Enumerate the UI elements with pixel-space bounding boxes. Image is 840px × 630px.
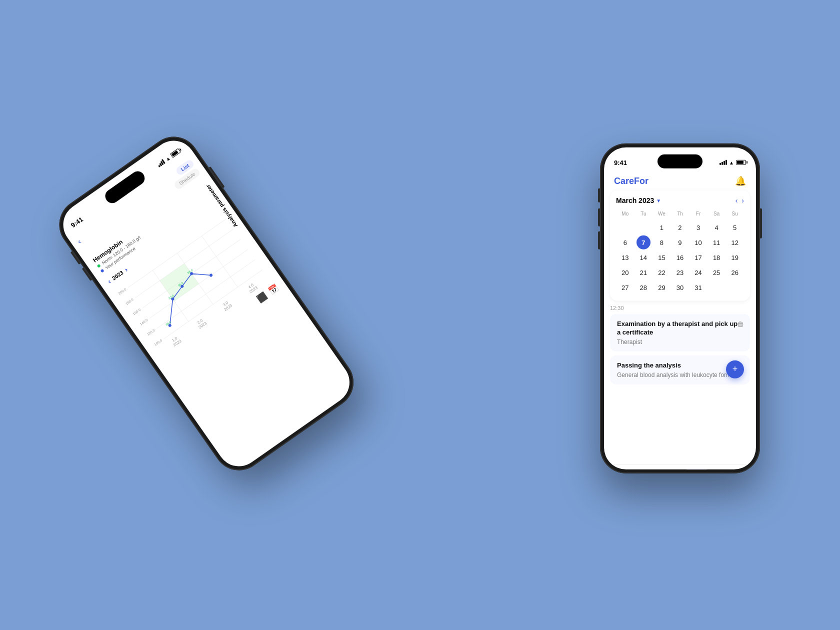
calendar-weekdays: Mo Tu We Th Fr Sa Su (616, 210, 744, 218)
prev-year-arrow[interactable]: ‹ (106, 278, 112, 286)
left-phone-screen: 9:41 ▲ ‹ List (54, 132, 358, 475)
next-month-arrow[interactable]: › (742, 196, 744, 204)
appointment-1-subtitle: Therapist (617, 338, 743, 346)
right-status-time: 9:41 (614, 158, 627, 166)
cal-day-6[interactable]: 6 (618, 236, 632, 250)
cal-day-30[interactable]: 30 (673, 280, 687, 294)
vol-up-button (598, 208, 600, 226)
right-phone-screen: 9:41 ▲ CareFor (604, 148, 756, 470)
cal-day-16[interactable]: 16 (673, 250, 687, 264)
cal-day-9[interactable]: 9 (673, 236, 687, 250)
right-content: CareFor 🔔 March 2023 ▼ ‹ › (604, 174, 756, 470)
svg-text:140.0: 140.0 (139, 318, 148, 326)
cal-day-4[interactable]: 4 (710, 220, 724, 234)
cal-day-29[interactable]: 29 (654, 280, 668, 294)
cal-day-7-today[interactable]: 7 (636, 236, 650, 250)
cal-day-empty-1 (618, 220, 632, 234)
cal-day-17[interactable]: 17 (692, 250, 706, 264)
right-phone: 9:41 ▲ CareFor (600, 144, 760, 474)
cal-day-14[interactable]: 14 (636, 250, 650, 264)
cal-day-31[interactable]: 31 (692, 280, 706, 294)
wifi-icon-right: ▲ (729, 160, 734, 165)
add-appointment-button[interactable]: + (726, 360, 744, 378)
vol-down-button (598, 232, 600, 250)
app-logo: CareFor (614, 176, 648, 186)
cal-day-3[interactable]: 3 (692, 220, 706, 234)
svg-text:200.0: 200.0 (118, 288, 126, 296)
weekday-mo: Mo (616, 210, 634, 218)
cal-day-24[interactable]: 24 (692, 266, 706, 280)
delete-appointment-1-icon[interactable]: 🗑 (737, 320, 744, 328)
signal-bars-right (720, 160, 727, 165)
cal-day-20[interactable]: 20 (618, 266, 632, 280)
prev-month-arrow[interactable]: ‹ (736, 196, 738, 204)
cal-day-26[interactable]: 26 (728, 266, 742, 280)
cal-day-empty-2 (636, 220, 650, 234)
weekday-sa: Sa (708, 210, 726, 218)
left-phone: 9:41 ▲ ‹ List (49, 126, 364, 480)
appointment-2-subtitle: General blood analysis with leukocyte fo… (617, 371, 743, 378)
calendar-small-icon[interactable]: 📅 (266, 282, 280, 296)
bell-icon[interactable]: 🔔 (735, 176, 746, 186)
cal-day-18[interactable]: 18 (710, 250, 724, 264)
cal-day-2[interactable]: 2 (673, 220, 687, 234)
norm-dot (97, 264, 101, 268)
appointment-1-title: Examination by a therapist and pick up a… (617, 320, 743, 337)
tab-bar: 🔬 📋 📅 Calendar 👤 (604, 464, 756, 470)
calendar-days: 1 2 3 4 5 6 7 8 9 10 11 12 13 14 (616, 220, 744, 295)
appointment-card-2: Passing the analysis General blood analy… (610, 356, 750, 384)
month-title: March 2023 ▼ (616, 196, 661, 204)
cal-day-23[interactable]: 23 (673, 266, 687, 280)
cal-day-25[interactable]: 25 (710, 266, 724, 280)
svg-line-8 (202, 236, 238, 287)
signal-icon (156, 159, 166, 168)
month-nav: ‹ › (736, 196, 744, 204)
calendar-section: March 2023 ▼ ‹ › Mo Tu We Th (610, 190, 750, 301)
perf-dot (100, 268, 104, 272)
svg-rect-9 (160, 264, 199, 301)
cal-day-15[interactable]: 15 (654, 250, 668, 264)
month-dropdown-icon[interactable]: ▼ (656, 198, 661, 203)
cal-day-empty-4 (728, 280, 742, 294)
left-phone-wrapper: 9:41 ▲ ‹ List (49, 126, 364, 480)
cal-day-27[interactable]: 27 (618, 280, 632, 294)
right-status-icons: ▲ (720, 160, 746, 165)
app-header: CareFor 🔔 (604, 174, 756, 190)
cal-day-21[interactable]: 21 (636, 266, 650, 280)
power-button-right (760, 208, 762, 238)
weekday-su: Su (726, 210, 744, 218)
weekday-th: Th (671, 210, 690, 218)
appointment-card-1: Examination by a therapist and pick up a… (610, 314, 750, 352)
time-label: 12:30 (610, 305, 750, 311)
left-status-time: 9:41 (70, 216, 84, 229)
battery-icon-right (736, 160, 746, 165)
tab-calendar[interactable]: 📅 Calendar (682, 469, 711, 470)
cal-day-8[interactable]: 8 (654, 236, 668, 250)
cal-day-19[interactable]: 19 (728, 250, 742, 264)
right-phone-wrapper: 9:41 ▲ CareFor (600, 144, 760, 474)
svg-text:160.0: 160.0 (132, 308, 141, 316)
cal-day-28[interactable]: 28 (636, 280, 650, 294)
schedule-section: 12:30 Examination by a therapist and pic… (604, 305, 756, 464)
battery-icon (170, 148, 181, 158)
calendar-month-header: March 2023 ▼ ‹ › (616, 196, 744, 204)
mute-button (598, 188, 600, 202)
cal-day-12[interactable]: 12 (728, 236, 742, 250)
wifi-icon: ▲ (164, 155, 171, 162)
share-icon[interactable]: ⬛ (255, 290, 268, 304)
back-arrow[interactable]: ‹ (76, 238, 83, 246)
tab-calendar-bg: 📅 Calendar (682, 469, 711, 470)
appointment-2-title: Passing the analysis (617, 362, 743, 370)
dynamic-island-right (658, 154, 702, 168)
cal-day-10[interactable]: 10 (692, 236, 706, 250)
cal-day-1[interactable]: 1 (654, 220, 668, 234)
weekday-fr: Fr (689, 210, 708, 218)
next-year-arrow[interactable]: › (123, 266, 130, 274)
cal-day-22[interactable]: 22 (654, 266, 668, 280)
cal-day-5[interactable]: 5 (728, 220, 742, 234)
cal-day-13[interactable]: 13 (618, 250, 632, 264)
cal-day-11[interactable]: 11 (710, 236, 724, 250)
svg-text:180.0: 180.0 (125, 298, 134, 306)
svg-point-20 (209, 273, 213, 277)
weekday-tu: Tu (634, 210, 653, 218)
